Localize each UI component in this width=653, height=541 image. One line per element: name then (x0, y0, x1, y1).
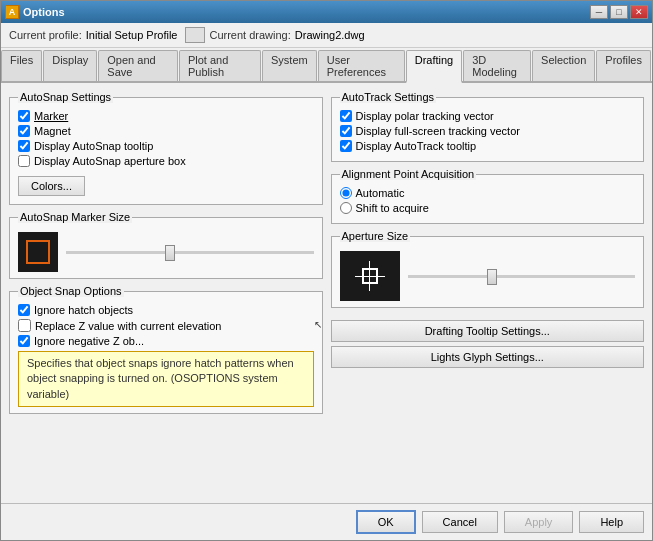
tab-open-and-save[interactable]: Open and Save (98, 50, 178, 81)
fullscreen-row: Display full-screen tracking vector (340, 125, 636, 137)
current-profile-value: Initial Setup Profile (86, 29, 178, 41)
marker-label: Marker (34, 110, 68, 122)
polar-row: Display polar tracking vector (340, 110, 636, 122)
maximize-button[interactable]: □ (610, 5, 628, 19)
current-profile-section: Current profile: Initial Setup Profile (9, 29, 177, 41)
current-profile-label: Current profile: (9, 29, 82, 41)
shift-label: Shift to acquire (356, 202, 429, 214)
close-button[interactable]: ✕ (630, 5, 648, 19)
automatic-label: Automatic (356, 187, 405, 199)
autosnap-marker-size-title: AutoSnap Marker Size (18, 211, 132, 223)
cancel-button[interactable]: Cancel (422, 511, 498, 533)
aperture-preview (340, 251, 400, 301)
aperture-size-section: Aperture Size (331, 236, 645, 308)
tab-3d-modeling[interactable]: 3D Modeling (463, 50, 531, 81)
polar-checkbox[interactable] (340, 110, 352, 122)
object-snap-group: Object Snap Options Ignore hatch objects… (9, 291, 323, 414)
colors-button[interactable]: Colors... (18, 176, 85, 196)
aperture-slider-track (408, 275, 636, 278)
autosnap-marker-size-section: AutoSnap Marker Size (9, 217, 323, 279)
alignment-title: Alignment Point Acquisition (340, 168, 477, 180)
fullscreen-checkbox[interactable] (340, 125, 352, 137)
current-drawing-label: Current drawing: (209, 29, 290, 41)
ok-button[interactable]: OK (356, 510, 416, 534)
alignment-group: Alignment Point Acquisition Automatic Sh… (331, 174, 645, 224)
tab-drafting[interactable]: Drafting (406, 50, 463, 83)
replace-z-label: Replace Z value with current elevation (35, 320, 221, 332)
options-window: A Options ─ □ ✕ Current profile: Initial… (0, 0, 653, 541)
automatic-radio[interactable] (340, 187, 352, 199)
shift-row: Shift to acquire (340, 202, 636, 214)
magnet-checkbox[interactable] (18, 125, 30, 137)
right-panel: AutoTrack Settings Display polar trackin… (331, 91, 645, 495)
drawing-icon (185, 27, 205, 43)
marker-slider-thumb[interactable] (165, 245, 175, 261)
autotrack-title: AutoTrack Settings (340, 91, 437, 103)
marker-checkbox[interactable] (18, 110, 30, 122)
tab-display[interactable]: Display (43, 50, 97, 81)
ignore-neg-checkbox[interactable] (18, 335, 30, 347)
ignore-hatch-label: Ignore hatch objects (34, 304, 133, 316)
tab-profiles[interactable]: Profiles (596, 50, 651, 81)
replace-z-checkbox[interactable] (18, 319, 31, 332)
display-aperture-row: Display AutoSnap aperture box (18, 155, 314, 167)
marker-row: Marker (18, 110, 314, 122)
crosshair-box (362, 268, 378, 284)
tooltip-text: Specifies that object snaps ignore hatch… (27, 357, 294, 400)
marker-preview (18, 232, 58, 272)
aperture-slider-content (340, 251, 636, 301)
title-bar: A Options ─ □ ✕ (1, 1, 652, 23)
display-tooltip-checkbox[interactable] (18, 140, 30, 152)
footer: OK Cancel Apply Help (1, 503, 652, 540)
display-tooltip-row: Display AutoSnap tooltip (18, 140, 314, 152)
ignore-hatch-checkbox[interactable] (18, 304, 30, 316)
window-title: Options (23, 6, 590, 18)
tab-system[interactable]: System (262, 50, 317, 81)
apply-button[interactable]: Apply (504, 511, 574, 533)
replace-z-row: Replace Z value with current elevation ↖ (18, 319, 314, 332)
marker-slider-content (18, 232, 314, 272)
tab-plot-and-publish[interactable]: Plot and Publish (179, 50, 261, 81)
tab-user-preferences[interactable]: User Preferences (318, 50, 405, 81)
marker-slider-track (66, 251, 314, 254)
main-content: AutoSnap Settings Marker Magnet Display … (1, 83, 652, 503)
left-panel: AutoSnap Settings Marker Magnet Display … (9, 91, 323, 495)
right-buttons: Drafting Tooltip Settings... Lights Glyp… (331, 320, 645, 368)
autosnap-group-title: AutoSnap Settings (18, 91, 113, 103)
display-aperture-checkbox[interactable] (18, 155, 30, 167)
shift-radio[interactable] (340, 202, 352, 214)
cursor-icon: ↖ (314, 319, 322, 330)
minimize-button[interactable]: ─ (590, 5, 608, 19)
aperture-slider-thumb[interactable] (487, 269, 497, 285)
autotrack-tooltip-checkbox[interactable] (340, 140, 352, 152)
autotrack-tooltip-label: Display AutoTrack tooltip (356, 140, 477, 152)
window-controls: ─ □ ✕ (590, 5, 648, 19)
help-button[interactable]: Help (579, 511, 644, 533)
magnet-row: Magnet (18, 125, 314, 137)
profile-bar: Current profile: Initial Setup Profile C… (1, 23, 652, 48)
ignore-hatch-row: Ignore hatch objects (18, 304, 314, 316)
polar-label: Display polar tracking vector (356, 110, 494, 122)
magnet-label: Magnet (34, 125, 71, 137)
ignore-neg-row: Ignore negative Z ob... (18, 335, 314, 347)
tabs-bar: Files Display Open and Save Plot and Pub… (1, 48, 652, 83)
aperture-crosshair (355, 261, 385, 291)
lights-glyph-settings-button[interactable]: Lights Glyph Settings... (331, 346, 645, 368)
drafting-tooltip-settings-button[interactable]: Drafting Tooltip Settings... (331, 320, 645, 342)
automatic-row: Automatic (340, 187, 636, 199)
tab-files[interactable]: Files (1, 50, 42, 81)
marker-square (26, 240, 50, 264)
object-snap-title: Object Snap Options (18, 285, 124, 297)
display-tooltip-label: Display AutoSnap tooltip (34, 140, 153, 152)
app-icon: A (5, 5, 19, 19)
tab-selection[interactable]: Selection (532, 50, 595, 81)
current-drawing-value: Drawing2.dwg (295, 29, 365, 41)
autotrack-group: AutoTrack Settings Display polar trackin… (331, 97, 645, 162)
autosnap-group: AutoSnap Settings Marker Magnet Display … (9, 97, 323, 205)
autotrack-tooltip-row: Display AutoTrack tooltip (340, 140, 636, 152)
display-aperture-label: Display AutoSnap aperture box (34, 155, 186, 167)
tooltip-box: Specifies that object snaps ignore hatch… (18, 351, 314, 407)
aperture-size-title: Aperture Size (340, 230, 411, 242)
current-drawing-section: Current drawing: Drawing2.dwg (185, 27, 364, 43)
fullscreen-label: Display full-screen tracking vector (356, 125, 520, 137)
